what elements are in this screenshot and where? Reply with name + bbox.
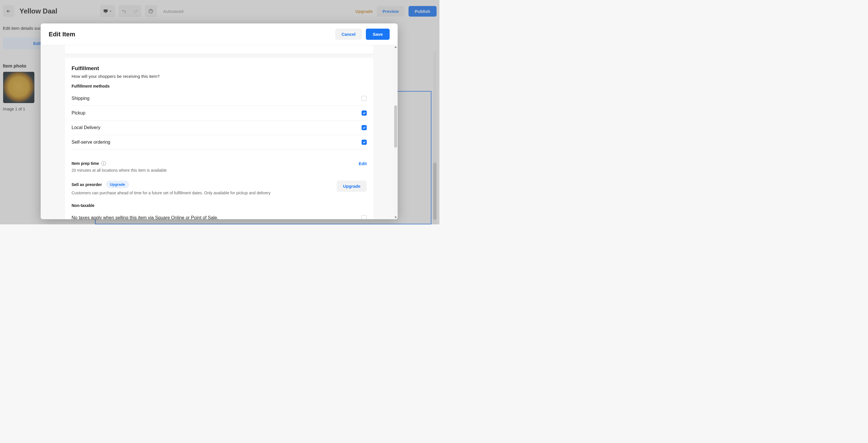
pickup-checkbox[interactable]	[362, 110, 367, 116]
method-label: Shipping	[71, 96, 89, 101]
info-icon[interactable]: i	[101, 161, 106, 166]
method-row-local-delivery[interactable]: Local Delivery	[71, 121, 367, 135]
self-serve-checkbox[interactable]	[362, 140, 367, 145]
save-button[interactable]: Save	[366, 29, 390, 40]
fulfillment-subtitle: How will your shoppers be receiving this…	[71, 74, 367, 79]
prep-time-edit-link[interactable]: Edit	[359, 161, 367, 166]
check-icon	[363, 140, 366, 144]
check-icon	[363, 111, 366, 115]
shipping-checkbox[interactable]	[362, 96, 367, 101]
non-taxable-checkbox[interactable]	[362, 215, 367, 219]
non-taxable-text: No taxes apply when selling this item vi…	[71, 215, 218, 219]
edit-item-modal: Edit Item Cancel Save Fulfillment How wi…	[41, 24, 398, 219]
fulfillment-title: Fulfillment	[71, 65, 367, 71]
method-label: Self-serve ordering	[71, 140, 110, 145]
non-taxable-row[interactable]: No taxes apply when selling this item vi…	[71, 211, 367, 219]
method-row-self-serve[interactable]: Self-serve ordering	[71, 135, 367, 150]
fulfillment-card: Fulfillment How will your shoppers be re…	[65, 58, 374, 219]
modal-scrollbar-thumb[interactable]	[394, 105, 397, 148]
non-taxable-label: Non-taxable	[71, 203, 367, 208]
methods-label: Fulfillment methods	[71, 84, 367, 88]
upgrade-pill[interactable]: Upgrade	[106, 181, 129, 188]
method-label: Local Delivery	[71, 125, 100, 130]
check-icon	[363, 126, 366, 129]
method-row-shipping[interactable]: Shipping	[71, 91, 367, 106]
local-delivery-checkbox[interactable]	[362, 125, 367, 130]
prep-time-label: Item prep time	[71, 161, 99, 166]
method-label: Pickup	[71, 110, 85, 116]
preorder-description: Customers can purchase ahead of time for…	[71, 191, 271, 195]
preorder-label: Sell as preorder	[71, 182, 102, 187]
modal-scrollbar[interactable]	[394, 45, 398, 219]
prep-time-value: 20 minutes at all locations where this i…	[71, 168, 166, 172]
method-row-pickup[interactable]: Pickup	[71, 106, 367, 121]
modal-title: Edit Item	[49, 31, 75, 38]
cancel-button[interactable]: Cancel	[335, 29, 362, 40]
previous-card-stub	[65, 45, 374, 54]
preorder-upgrade-button[interactable]: Upgrade	[337, 181, 367, 192]
